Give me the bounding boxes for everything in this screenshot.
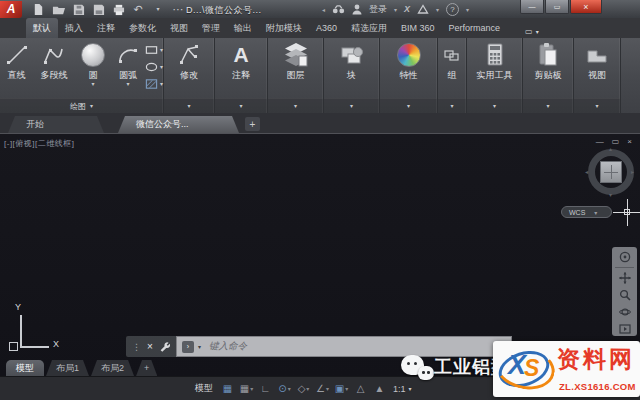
navigation-wheel-icon[interactable]	[616, 250, 633, 264]
autodesk-app-icon[interactable]	[417, 4, 429, 14]
help-dropdown-icon[interactable]: ▾	[466, 6, 469, 13]
viewcube-east-arrow-icon[interactable]: ▸	[631, 169, 634, 175]
draw-panel-expander[interactable]: 绘图▾	[0, 98, 163, 113]
ribbon-tab-insert[interactable]: 插入	[58, 18, 90, 38]
utilities-button[interactable]: 实用工具	[477, 38, 513, 98]
ribbon-tab-manage[interactable]: 管理	[195, 18, 227, 38]
doc-restore-icon[interactable]: ▭	[612, 137, 620, 146]
orbit-icon[interactable]	[616, 305, 633, 319]
ortho-mode-icon[interactable]: ∟	[258, 381, 273, 396]
isometric-drafting-icon[interactable]: ◇▾	[296, 381, 311, 396]
model-space-button[interactable]: 模型	[195, 382, 213, 395]
new-drawing-tab-button[interactable]: +	[245, 117, 260, 131]
viewcube-wcs-menu[interactable]: WCS ▾	[561, 206, 612, 218]
a360-icon[interactable]: X	[404, 4, 410, 14]
text-button[interactable]: A 注释	[232, 38, 250, 98]
open-file-icon[interactable]	[51, 2, 65, 16]
application-menu-button[interactable]: A	[0, 1, 22, 18]
viewcube-top-face[interactable]	[600, 161, 622, 183]
ribbon-tab-bim360[interactable]: BIM 360	[394, 18, 442, 38]
ribbon-tab-featured-apps[interactable]: 精选应用	[344, 18, 394, 38]
object-snap-icon[interactable]: ▣▾	[334, 381, 349, 396]
viewcube-south-arrow-icon[interactable]: ▾	[609, 192, 612, 198]
layout2-tab[interactable]: 布局2	[91, 360, 134, 376]
properties-panel-expander[interactable]: ▾	[380, 98, 437, 113]
command-grip-icon[interactable]: ⋮	[132, 342, 141, 352]
hatch-tool-button[interactable]: ▾	[145, 78, 163, 90]
help-icon[interactable]: ?	[446, 3, 459, 16]
ellipse-tool-button[interactable]: ▾	[145, 61, 163, 73]
annotation-autoscale-icon[interactable]: ▲	[372, 381, 387, 396]
qat-more-icon[interactable]: ⋯	[171, 2, 185, 16]
viewcube-north-arrow-icon[interactable]: ▴	[609, 146, 612, 152]
circle-tool-button[interactable]: 圆 ▾	[75, 38, 111, 98]
ribbon-tab-annotate[interactable]: 注释	[90, 18, 122, 38]
ribbon-tab-output[interactable]: 输出	[227, 18, 259, 38]
ribbon-tab-performance[interactable]: Performance	[442, 18, 508, 38]
arc-tool-button[interactable]: 圆弧 ▾	[111, 38, 145, 98]
block-panel-expander[interactable]: ▾	[324, 98, 379, 113]
grid-display-icon[interactable]: ▦	[220, 381, 235, 396]
modify-button[interactable]: 修改	[176, 38, 202, 98]
layers-panel-expander[interactable]: ▾	[268, 98, 323, 113]
new-file-icon[interactable]	[31, 2, 45, 16]
properties-button[interactable]: 特性	[397, 38, 421, 98]
layout1-tab[interactable]: 布局1	[46, 360, 89, 376]
ribbon-tab-addins[interactable]: 附加模块	[259, 18, 309, 38]
ribbon-minimize-button[interactable]: ▭▾	[521, 24, 543, 38]
zoom-icon[interactable]	[616, 288, 633, 302]
file-tab-start[interactable]: 开始	[8, 116, 104, 133]
maximize-button[interactable]: ▭	[545, 0, 569, 14]
osnap-tracking-icon[interactable]: ∠▾	[315, 381, 330, 396]
annotation-scale-button[interactable]: 1:1▾	[393, 384, 412, 394]
customize-wrench-icon[interactable]	[159, 341, 170, 352]
signin-button[interactable]: 登录	[369, 3, 387, 16]
model-tab[interactable]: 模型	[6, 360, 44, 376]
annotation-visibility-icon[interactable]: △	[353, 381, 368, 396]
ribbon-tab-view[interactable]: 视图	[163, 18, 195, 38]
showmotion-icon[interactable]	[616, 322, 633, 336]
collapse-arrow-icon[interactable]: ◂	[322, 6, 325, 13]
command-dropdown-icon[interactable]: ▾	[198, 343, 201, 350]
groups-panel-expander[interactable]: ▾	[438, 98, 466, 113]
apps-dropdown-icon[interactable]: ▾	[436, 6, 439, 13]
undo-dropdown-icon[interactable]: ▾	[151, 2, 165, 16]
line-tool-button[interactable]: 直线	[0, 38, 33, 98]
group-button[interactable]: 组	[444, 38, 460, 98]
modify-panel-expander[interactable]: ▾	[164, 98, 214, 113]
minimize-button[interactable]: —	[520, 0, 544, 14]
command-close-icon[interactable]: ×	[147, 341, 153, 352]
snap-mode-icon[interactable]: ▦▾	[239, 381, 254, 396]
utilities-panel-expander[interactable]: ▾	[467, 98, 522, 113]
plot-icon[interactable]	[111, 2, 125, 16]
layers-button[interactable]: 图层	[283, 38, 309, 98]
clipboard-panel-expander[interactable]: ▾	[523, 98, 573, 113]
ribbon-tab-parametric[interactable]: 参数化	[122, 18, 163, 38]
search-icon[interactable]	[332, 4, 345, 15]
pan-icon[interactable]	[616, 271, 633, 285]
save-icon[interactable]	[71, 2, 85, 16]
arc-flyout-icon[interactable]: ▾	[126, 81, 129, 87]
save-as-icon[interactable]	[91, 2, 105, 16]
file-tab-drawing[interactable]: 微信公众号...	[118, 116, 239, 133]
doc-minimize-icon[interactable]: —	[596, 137, 604, 146]
paste-button[interactable]: 剪贴板	[535, 38, 562, 98]
view-base-button[interactable]: 视图	[584, 38, 610, 98]
insert-block-button[interactable]: 块	[339, 38, 365, 98]
viewport-controls[interactable]: [-][俯视][二维线框]	[4, 138, 75, 149]
ribbon-tab-home[interactable]: 默认	[26, 18, 58, 38]
circle-flyout-icon[interactable]: ▾	[91, 81, 94, 87]
command-input[interactable]: › ▾ 键入命令 ▴	[176, 336, 512, 357]
signin-dropdown-icon[interactable]: ▾	[394, 6, 397, 13]
new-layout-tab-button[interactable]: +	[136, 360, 157, 376]
doc-close-icon[interactable]: ×	[627, 137, 632, 146]
polar-tracking-icon[interactable]: ⊙▾	[277, 381, 292, 396]
close-button[interactable]: ×	[570, 0, 602, 14]
ribbon-tab-a360[interactable]: A360	[309, 18, 344, 38]
undo-icon[interactable]: ↶	[131, 2, 145, 16]
polyline-tool-button[interactable]: 多段线	[33, 38, 75, 98]
view-panel-expander[interactable]: ▾	[574, 98, 620, 113]
recent-commands-icon[interactable]: ›	[182, 341, 194, 353]
annotation-panel-expander[interactable]: ▾	[215, 98, 267, 113]
viewcube[interactable]: ▴ ▾ ◂ ▸	[588, 149, 634, 195]
